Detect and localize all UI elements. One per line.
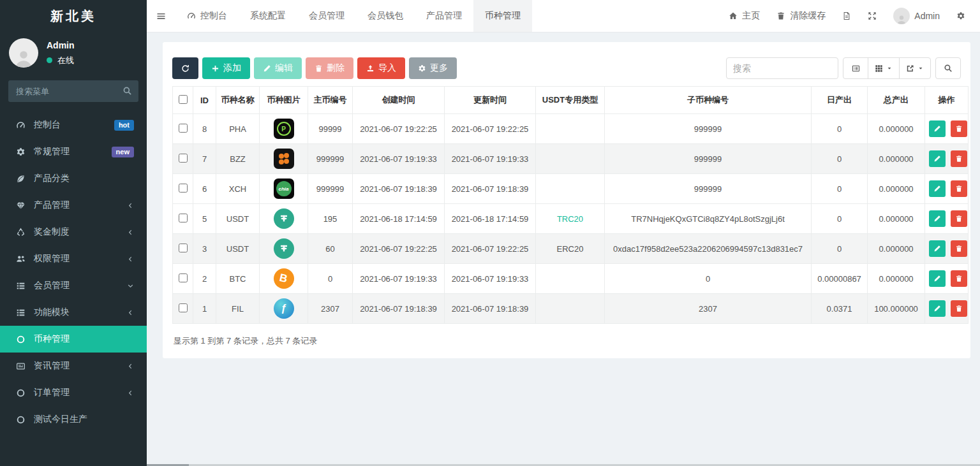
row-checkbox[interactable] (179, 244, 188, 252)
data-table: ID币种名称币种图片主币编号创建时间更新时间USDT专用类型子币种编号日产出总产… (172, 86, 969, 324)
app-logo[interactable]: 新北美 (0, 0, 147, 32)
sidebar-item-currency-manage[interactable]: 币种管理 (0, 326, 147, 353)
select-all-checkbox[interactable] (179, 95, 188, 104)
edit-button[interactable] (929, 240, 946, 257)
search-button[interactable] (935, 57, 961, 79)
chevron-left-icon (127, 390, 134, 397)
hamburger-icon[interactable] (147, 0, 175, 32)
export-dropdown-button[interactable] (899, 57, 931, 79)
cell-sub-coin-no: 999999 (605, 144, 812, 174)
delete-button[interactable] (951, 120, 967, 137)
language-icon (842, 11, 851, 20)
tab-label: 控制台 (200, 10, 227, 22)
tab-system-config[interactable]: 系统配置 (239, 0, 297, 32)
table-row[interactable]: 1 FIL ƒ 2307 2021-06-07 19:18:39 2021-06… (173, 294, 969, 324)
cell-total-output: 0.000000 (868, 174, 925, 204)
sidebar-item-member-manage[interactable]: 会员管理 (0, 272, 147, 299)
edit-button[interactable] (929, 270, 946, 287)
edit-button[interactable] (929, 120, 946, 137)
cell-coin-name: XCH (216, 174, 260, 204)
row-checkbox[interactable] (179, 124, 188, 133)
row-checkbox[interactable] (179, 214, 188, 222)
home-link[interactable]: 主页 (720, 0, 768, 32)
row-checkbox[interactable] (179, 273, 188, 282)
sidebar-item-label: 常规管理 (34, 146, 112, 157)
edit-button[interactable] (929, 210, 946, 227)
user-name: Admin (47, 40, 75, 50)
delete-button[interactable] (951, 270, 967, 287)
table-search-input[interactable] (726, 57, 838, 79)
cell-select (173, 114, 193, 144)
delete-button[interactable] (951, 300, 967, 317)
cell-coin-image (260, 144, 308, 174)
delete-button[interactable] (951, 180, 967, 197)
table-row[interactable]: 7 BZZ 999999 2021-06-07 19:19:33 2021-06… (173, 144, 969, 174)
cell-coin-image: chia (260, 174, 308, 204)
edit-button[interactable] (929, 150, 946, 167)
sidebar-item-bonus-system[interactable]: 奖金制度 (0, 219, 147, 245)
user-avatar (9, 38, 38, 68)
delete-button[interactable] (951, 210, 967, 227)
cell-sub-coin-no: 999999 (605, 114, 812, 144)
add-button[interactable]: 添加 (202, 57, 250, 79)
language-button[interactable] (834, 0, 859, 32)
gear-icon (956, 11, 965, 20)
sidebar-item-news-manage[interactable]: 资讯管理 (0, 353, 147, 379)
import-button[interactable]: 导入 (357, 57, 405, 79)
sidebar-item-permission-manage[interactable]: 权限管理 (0, 245, 147, 272)
clear-cache-link[interactable]: 清除缓存 (768, 0, 834, 32)
sidebar-item-label: 产品分类 (34, 173, 134, 184)
cell-coin-name: BZZ (216, 144, 260, 174)
table-row[interactable]: 5 USDT 195 2021-06-18 17:14:59 2021-06-1… (173, 204, 969, 234)
sidebar-item-console[interactable]: 控制台 hot (0, 112, 147, 138)
trash-icon (955, 275, 963, 282)
cell-select (173, 144, 193, 174)
column-header-select (173, 87, 193, 114)
edit-button[interactable] (929, 180, 946, 197)
column-header: 日产出 (812, 87, 868, 114)
trash-icon (955, 215, 963, 222)
tab-member-manage[interactable]: 会员管理 (297, 0, 356, 32)
tab-product-manage[interactable]: 产品管理 (415, 0, 473, 32)
delete-button[interactable] (951, 240, 967, 257)
row-checkbox[interactable] (179, 303, 188, 312)
table-panel: 添加 编辑 删除 导入 更多 (163, 42, 970, 358)
cell-coin-image: ƒ (260, 294, 308, 324)
nav-tabs: 控制台 系统配置 会员管理 会员钱包 产品管理 币种管理 (175, 0, 532, 32)
tab-currency-manage[interactable]: 币种管理 (473, 0, 532, 32)
refresh-button[interactable] (172, 57, 198, 79)
column-header: 子币种编号 (605, 87, 812, 114)
fullscreen-button[interactable] (859, 0, 885, 32)
cell-main-coin-no: 195 (308, 204, 353, 234)
sidebar-item-function-module[interactable]: 功能模块 (0, 299, 147, 326)
user-menu[interactable]: Admin (885, 0, 948, 32)
sidebar-item-test-today-production[interactable]: 测试今日生产 (0, 406, 147, 433)
tab-console[interactable]: 控制台 (175, 0, 239, 32)
settings-button[interactable] (948, 0, 974, 32)
tab-member-wallet[interactable]: 会员钱包 (356, 0, 415, 32)
cell-operations (925, 204, 969, 234)
columns-dropdown-button[interactable] (868, 57, 900, 79)
table-row[interactable]: 2 BTC B 0 2021-06-07 19:19:33 2021-06-07… (173, 264, 969, 294)
row-checkbox[interactable] (179, 154, 188, 163)
cell-daily-output: 0 (812, 174, 868, 204)
more-button[interactable]: 更多 (409, 57, 457, 79)
cell-updated-time: 2021-06-18 17:14:59 (445, 204, 536, 234)
trash-icon (776, 11, 785, 20)
delete-button[interactable] (951, 150, 967, 167)
table-row[interactable]: 6 XCH chia 999999 2021-06-07 19:18:39 20… (173, 174, 969, 204)
toggle-view-button[interactable] (843, 57, 868, 79)
edit-button[interactable]: 编辑 (254, 57, 302, 79)
sidebar-item-product-category[interactable]: 产品分类 (0, 165, 147, 192)
edit-button[interactable] (929, 300, 946, 317)
delete-button[interactable]: 删除 (306, 57, 353, 79)
row-checkbox[interactable] (179, 184, 188, 193)
menu-search-input[interactable] (8, 80, 138, 102)
cell-coin-image: B (260, 264, 308, 294)
sidebar-item-product-manage[interactable]: 产品管理 (0, 192, 147, 219)
gem-icon (15, 201, 26, 210)
table-row[interactable]: 3 USDT 60 2021-06-07 19:22:25 2021-06-07… (173, 234, 969, 264)
table-row[interactable]: 8 PHA P 99999 2021-06-07 19:22:25 2021-0… (173, 114, 969, 144)
sidebar-item-general-manage[interactable]: 常规管理 new (0, 138, 147, 165)
sidebar-item-order-manage[interactable]: 订单管理 (0, 379, 147, 406)
